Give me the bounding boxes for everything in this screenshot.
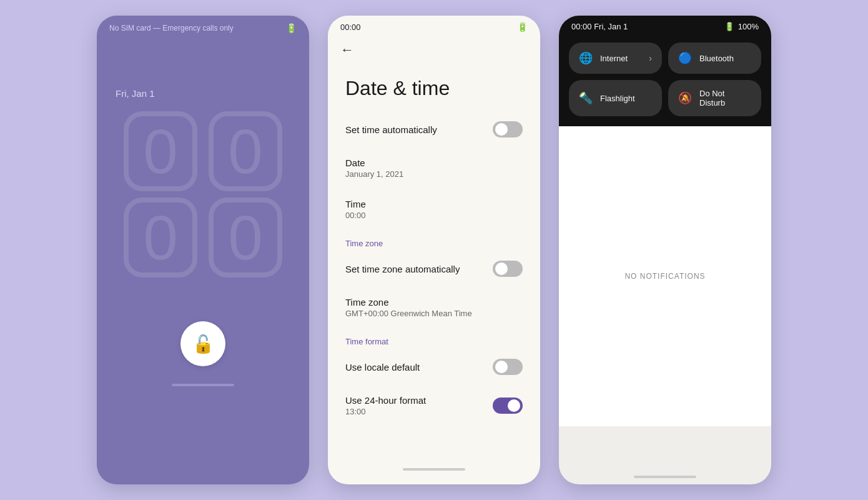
phone1-time: 0 0 0 0: [97, 111, 309, 284]
bluetooth-icon: 🔵: [678, 51, 692, 65]
phone1-status-bar: No SIM card — Emergency calls only 🔋: [97, 16, 309, 38]
set-tz-auto-label: Set time zone automatically: [345, 264, 460, 274]
use-locale-label: Use locale default: [345, 362, 420, 372]
phone3-quicksettings: 00:00 Fri, Jan 1 🔋 100% 🌐 Internet › 🔵 B…: [559, 16, 771, 484]
time-text: Time 00:00: [345, 199, 366, 220]
qs-tile-bluetooth[interactable]: 🔵 Bluetooth: [668, 42, 761, 74]
phone1-time-row-bottom: 0 0: [124, 198, 282, 278]
set-time-auto-toggle[interactable]: [493, 121, 523, 138]
date-value: January 1, 2021: [345, 169, 403, 179]
internet-label: Internet: [600, 54, 628, 63]
no-notifications-label: NO NOTIFICATIONS: [624, 272, 705, 281]
phone1-hour-ones: 0: [209, 111, 282, 191]
set-tz-auto-text: Set time zone automatically: [345, 264, 460, 274]
phone1-time-row-top: 0 0: [124, 111, 282, 191]
phone1-battery-icon: 🔋: [286, 23, 297, 33]
phone3-status-time: 00:00 Fri, Jan 1: [571, 22, 628, 31]
phone3-status-right: 🔋 100%: [724, 22, 759, 31]
phone3-battery-text: 100%: [738, 22, 759, 31]
phone2-home-indicator: [403, 468, 465, 471]
use-24hour-label: Use 24-hour format: [345, 395, 426, 406]
use-locale-text: Use locale default: [345, 362, 420, 372]
time-value: 00:00: [345, 211, 366, 220]
timezone-section-header: Time zone: [328, 230, 540, 251]
back-button[interactable]: ←: [328, 36, 540, 62]
timezone-text: Time zone GMT+00:00 Greenwich Mean Time: [345, 297, 472, 318]
dnd-label: Do Not Disturb: [699, 89, 751, 108]
time-item[interactable]: Time 00:00: [328, 189, 540, 230]
settings-title: Date & time: [328, 62, 540, 111]
unlock-icon: 🔓: [192, 334, 214, 354]
dnd-icon: 🔕: [678, 91, 692, 105]
phone1-date: Fri, Jan 1: [116, 88, 309, 99]
date-text: Date January 1, 2021: [345, 158, 403, 179]
phone1-home-indicator: [172, 384, 234, 386]
flashlight-icon: 🔦: [579, 91, 593, 105]
set-time-automatically-item[interactable]: Set time automatically: [328, 111, 540, 148]
qs-tile-internet[interactable]: 🌐 Internet ›: [569, 42, 662, 74]
timezone-item[interactable]: Time zone GMT+00:00 Greenwich Mean Time: [328, 287, 540, 328]
use-locale-toggle[interactable]: [493, 359, 523, 375]
flashlight-label: Flashlight: [600, 94, 635, 103]
set-tz-auto-toggle[interactable]: [493, 261, 523, 277]
timezone-label: Time zone: [345, 297, 472, 308]
phone3-status-bar: 00:00 Fri, Jan 1 🔋 100%: [559, 16, 771, 36]
date-label: Date: [345, 158, 403, 168]
phone2-settings: 00:00 🔋 ← Date & time Set time automatic…: [328, 16, 540, 484]
internet-chevron-icon: ›: [649, 53, 652, 63]
qs-tile-flashlight[interactable]: 🔦 Flashlight: [569, 80, 662, 116]
time-label: Time: [345, 199, 366, 209]
use-locale-default-item[interactable]: Use locale default: [328, 349, 540, 385]
use-24hour-value: 13:00: [345, 407, 426, 416]
phone1-hour-tens: 0: [124, 111, 197, 191]
phone1-lockscreen: No SIM card — Emergency calls only 🔋 Fri…: [97, 16, 309, 484]
back-arrow-icon: ←: [340, 42, 354, 58]
phone1-min-tens: 0: [124, 198, 197, 278]
phone3-home-indicator: [634, 476, 696, 478]
use-24hour-item[interactable]: Use 24-hour format 13:00: [328, 385, 540, 426]
timeformat-section-header: Time format: [328, 328, 540, 349]
phone2-status-time: 00:00: [340, 22, 361, 32]
quick-settings-grid: 🌐 Internet › 🔵 Bluetooth 🔦 Flashlight 🔕 …: [559, 36, 771, 126]
set-time-auto-text: Set time automatically: [345, 124, 437, 135]
set-timezone-auto-item[interactable]: Set time zone automatically: [328, 251, 540, 287]
phone2-status-bar: 00:00 🔋: [328, 16, 540, 36]
timezone-value: GMT+00:00 Greenwich Mean Time: [345, 309, 472, 318]
notifications-panel: NO NOTIFICATIONS: [559, 126, 771, 426]
date-item[interactable]: Date January 1, 2021: [328, 148, 540, 189]
use-24hour-text: Use 24-hour format 13:00: [345, 395, 426, 416]
phone3-battery-icon: 🔋: [724, 22, 734, 31]
phone2-battery-icon: 🔋: [517, 22, 528, 32]
phone1-status-text: No SIM card — Emergency calls only: [109, 24, 234, 32]
set-time-auto-label: Set time automatically: [345, 124, 437, 135]
bluetooth-label: Bluetooth: [699, 54, 734, 63]
phone1-min-ones: 0: [209, 198, 282, 278]
use-24hour-toggle[interactable]: [493, 398, 523, 414]
internet-icon: 🌐: [579, 51, 593, 65]
qs-tile-dnd[interactable]: 🔕 Do Not Disturb: [668, 80, 761, 116]
unlock-button[interactable]: 🔓: [180, 321, 225, 366]
